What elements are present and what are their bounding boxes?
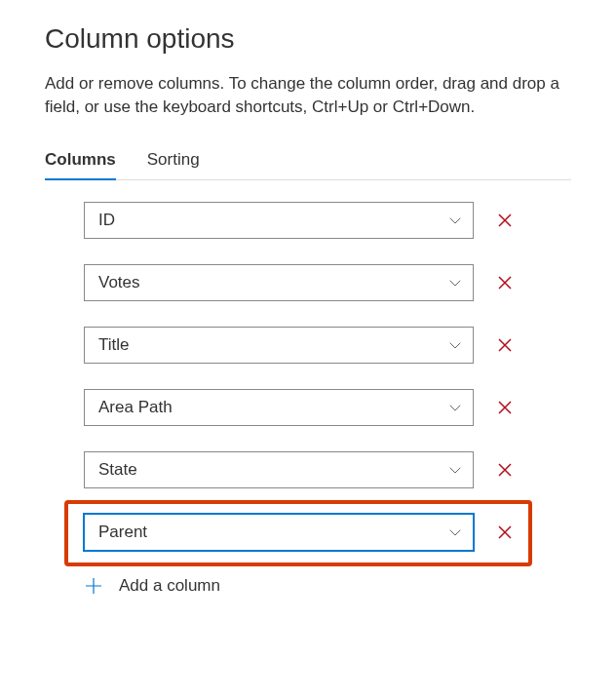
column-row: Votes bbox=[84, 264, 571, 301]
column-select-value: Parent bbox=[98, 523, 447, 542]
chevron-down-icon bbox=[447, 400, 463, 415]
tab-columns[interactable]: Columns bbox=[45, 150, 116, 179]
column-row: Title bbox=[84, 327, 571, 364]
column-row: State bbox=[84, 451, 571, 488]
column-row: Parent bbox=[84, 514, 571, 551]
chevron-down-icon bbox=[447, 524, 463, 540]
remove-column-button[interactable] bbox=[493, 396, 517, 419]
remove-column-button[interactable] bbox=[493, 458, 517, 482]
remove-column-button[interactable] bbox=[493, 271, 517, 294]
remove-column-button[interactable] bbox=[493, 521, 517, 544]
column-select[interactable]: Title bbox=[84, 327, 474, 364]
column-select-value: Votes bbox=[98, 273, 447, 292]
column-row: Area Path bbox=[84, 389, 571, 426]
add-column-button[interactable]: Add a column bbox=[84, 576, 571, 596]
add-column-label: Add a column bbox=[119, 576, 220, 596]
column-select-value: ID bbox=[98, 211, 447, 230]
column-select[interactable]: Parent bbox=[84, 514, 474, 551]
column-select-value: State bbox=[98, 460, 447, 480]
column-options-panel: Column options Add or remove columns. To… bbox=[0, 0, 616, 615]
column-select[interactable]: ID bbox=[84, 202, 474, 239]
column-select[interactable]: Votes bbox=[84, 264, 474, 301]
chevron-down-icon bbox=[447, 213, 463, 228]
chevron-down-icon bbox=[447, 275, 463, 291]
tabs: Columns Sorting bbox=[45, 150, 571, 180]
tab-sorting[interactable]: Sorting bbox=[147, 150, 200, 179]
panel-title: Column options bbox=[45, 23, 571, 55]
chevron-down-icon bbox=[447, 337, 463, 353]
column-select[interactable]: Area Path bbox=[84, 389, 474, 426]
plus-icon bbox=[84, 576, 103, 596]
column-select-value: Area Path bbox=[98, 398, 447, 417]
remove-column-button[interactable] bbox=[493, 209, 517, 232]
chevron-down-icon bbox=[447, 462, 463, 478]
remove-column-button[interactable] bbox=[493, 333, 517, 357]
column-select[interactable]: State bbox=[84, 451, 474, 488]
column-row: ID bbox=[84, 202, 571, 239]
column-select-value: Title bbox=[98, 335, 447, 355]
panel-description: Add or remove columns. To change the col… bbox=[45, 72, 571, 119]
column-rows: ID Votes bbox=[45, 202, 571, 596]
